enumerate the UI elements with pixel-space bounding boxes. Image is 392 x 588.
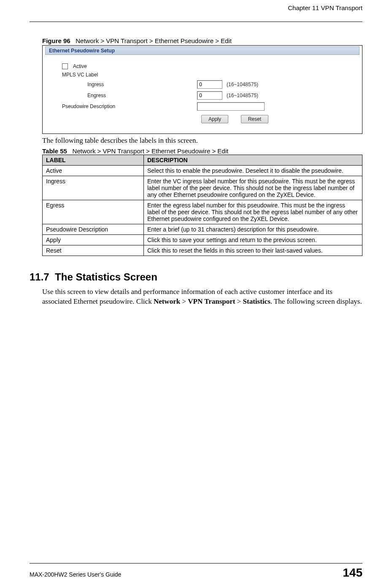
row-label: Apply [43,235,144,245]
footer-guide-name: MAX-200HW2 Series User's Guide [30,571,121,578]
table-caption: Table 55 Network > VPN Transport > Ether… [42,147,362,155]
row-label: Pseudowire Description [43,224,144,235]
row-desc: Click this to save your settings and ret… [144,235,362,245]
col-header-description: DESCRIPTION [144,155,362,166]
ingress-label: Ingress [62,82,197,87]
row-desc: Click this to reset the fields in this s… [144,245,362,256]
pseudowire-desc-label: Pseudowire Description [62,103,197,109]
row-desc: Enter the egress label number for this p… [144,200,362,224]
row-desc: Enter the VC ingress label number for th… [144,176,362,200]
egress-row: Engress (16~1048575) [62,91,355,100]
footer-page-number: 145 [343,566,362,580]
table-row: Active Select this to enable the pseudow… [43,166,362,176]
chapter-header: Chapter 11 VPN Transport [30,4,362,11]
table-row: Ingress Enter the VC ingress label numbe… [43,176,362,200]
egress-input[interactable] [197,91,222,100]
mpls-vc-label: MPLS VC Label [62,72,98,78]
figure-caption-text: Network > VPN Transport > Ethernet Pseud… [76,37,232,44]
b-network: Network [154,297,180,305]
ingress-input[interactable] [197,80,222,89]
table-intro-text: The following table describes the labels… [42,136,362,145]
row-desc: Enter a brief (up to 31 characters) desc… [144,224,362,235]
row-label: Ingress [43,176,144,200]
table-label: Table 55 [42,147,67,155]
gt2: > [235,297,243,305]
reset-button[interactable]: Reset [241,115,268,123]
active-label: Active [73,63,87,69]
section-heading: 11.7 The Statistics Screen [30,271,362,283]
active-row: Active [62,63,355,69]
button-row: Apply Reset [62,115,355,123]
section-number: 11.7 [30,271,49,283]
page-footer: MAX-200HW2 Series User's Guide 145 [30,563,362,580]
table-row: Egress Enter the egress label number for… [43,200,362,224]
b-statistics: Statistics [243,297,270,305]
ingress-row: Ingress (16~1048575) [62,80,355,89]
footer-rule [30,563,362,564]
mpls-label-row: MPLS VC Label [62,72,355,78]
pseudowire-desc-row: Pseudowire Description [62,102,355,111]
figure-screenshot: Ethernet Pseudowire Setup Active MPLS VC… [42,45,362,134]
pseudowire-desc-input[interactable] [197,102,265,111]
description-table: LABEL DESCRIPTION Active Select this to … [42,155,362,256]
row-desc: Select this to enable the pseudowire. De… [144,166,362,176]
para-post: . The following screen displays. [270,297,362,305]
gt1: > [180,297,188,305]
egress-hint: (16~1048575) [227,93,258,98]
active-checkbox[interactable] [62,63,68,69]
table-caption-text: Network > VPN Transport > Ethernet Pseud… [72,147,228,155]
table-row: Apply Click this to save your settings a… [43,235,362,245]
section-paragraph: Use this screen to view details and perf… [42,287,362,307]
row-label: Active [43,166,144,176]
row-label: Egress [43,200,144,224]
figure-label: Figure 96 [42,37,70,44]
b-vpntransport: VPN Transport [188,297,235,305]
section-title: The Statistics Screen [55,271,157,283]
table-row: Reset Click this to reset the fields in … [43,245,362,256]
col-header-label: LABEL [43,155,144,166]
apply-button[interactable]: Apply [201,115,228,123]
ingress-hint: (16~1048575) [227,82,258,87]
figure-caption: Figure 96 Network > VPN Transport > Ethe… [42,37,362,44]
row-label: Reset [43,245,144,256]
egress-label: Engress [62,93,197,98]
table-row: Pseudowire Description Enter a brief (up… [43,224,362,235]
header-rule [30,22,362,22]
panel-title: Ethernet Pseudowire Setup [45,46,360,55]
